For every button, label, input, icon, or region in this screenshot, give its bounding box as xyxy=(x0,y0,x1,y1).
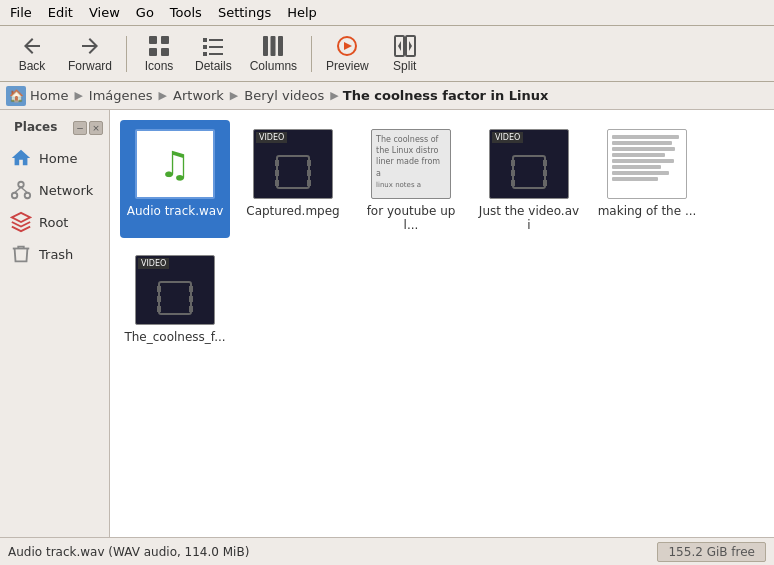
sidebar-item-home[interactable]: Home xyxy=(3,142,106,174)
svg-rect-1 xyxy=(161,36,169,44)
breadcrumb-current: The coolness factor in Linux xyxy=(343,88,549,103)
svg-rect-7 xyxy=(209,46,223,48)
file-item-coolness[interactable]: VIDEO The_coolness_f... xyxy=(120,246,230,350)
menu-file[interactable]: File xyxy=(4,3,38,22)
sidebar-item-trash[interactable]: Trash xyxy=(3,238,106,270)
svg-rect-37 xyxy=(189,286,193,292)
svg-rect-12 xyxy=(278,36,283,56)
svg-point-18 xyxy=(25,193,30,199)
menu-view[interactable]: View xyxy=(83,3,126,22)
file-item-avi[interactable]: VIDEO Just the video.avi xyxy=(474,120,584,238)
split-button[interactable]: Split xyxy=(379,31,431,76)
sidebar-network-label: Network xyxy=(39,183,93,198)
breadcrumb-folder-icon: 🏠 xyxy=(6,86,26,106)
sidebar-trash-label: Trash xyxy=(39,247,73,262)
avi-icon-container: VIDEO xyxy=(484,126,574,202)
breadcrumb-bar: 🏠 Home ▶ Imágenes ▶ Artwork ▶ Beryl vide… xyxy=(0,82,774,110)
sidebar-home-label: Home xyxy=(39,151,77,166)
back-button[interactable]: Back xyxy=(6,31,58,76)
svg-rect-32 xyxy=(543,170,547,176)
toolbar: Back Forward Icons xyxy=(0,26,774,82)
breadcrumb-arrow-3: ▶ xyxy=(228,89,240,102)
root-icon xyxy=(9,210,33,234)
sidebar-close-button[interactable]: × xyxy=(89,121,103,135)
toolbar-separator-1 xyxy=(126,36,127,72)
svg-line-19 xyxy=(15,187,21,193)
icons-button[interactable]: Icons xyxy=(133,31,185,76)
svg-rect-2 xyxy=(149,48,157,56)
toolbar-separator-2 xyxy=(311,36,312,72)
sidebar: Places − × Home Network Root xyxy=(0,110,110,537)
svg-rect-38 xyxy=(157,296,161,302)
menu-go[interactable]: Go xyxy=(130,3,160,22)
breadcrumb-arrow-1: ▶ xyxy=(72,89,84,102)
audio-wav-label: Audio track.wav xyxy=(127,204,224,218)
preview-button[interactable]: Preview xyxy=(318,31,377,76)
svg-rect-26 xyxy=(275,180,279,186)
svg-line-20 xyxy=(21,187,27,193)
details-view-icon xyxy=(201,34,225,58)
svg-point-16 xyxy=(18,182,24,188)
details-button[interactable]: Details xyxy=(187,31,240,76)
menu-settings[interactable]: Settings xyxy=(212,3,277,22)
svg-rect-39 xyxy=(189,296,193,302)
network-icon xyxy=(9,178,33,202)
audio-music-icon: ♫ xyxy=(159,144,191,185)
menubar: File Edit View Go Tools Settings Help xyxy=(0,0,774,26)
statusbar-free-space: 155.2 GiB free xyxy=(657,542,766,562)
svg-rect-27 xyxy=(307,180,311,186)
columns-view-icon xyxy=(261,34,285,58)
icons-view-icon xyxy=(147,34,171,58)
menu-help[interactable]: Help xyxy=(281,3,323,22)
file-item-audio-wav[interactable]: ♫ Audio track.wav xyxy=(120,120,230,238)
columns-button[interactable]: Columns xyxy=(242,31,305,76)
file-grid: ♫ Audio track.wav VIDEO Captured.mpeg xyxy=(120,120,764,350)
coolness-label: The_coolness_f... xyxy=(124,330,225,344)
youtube-label: for youtube upl... xyxy=(360,204,462,232)
svg-rect-33 xyxy=(511,180,515,186)
svg-rect-5 xyxy=(209,39,223,41)
forward-icon xyxy=(78,34,102,58)
svg-rect-9 xyxy=(209,53,223,55)
menu-edit[interactable]: Edit xyxy=(42,3,79,22)
sidebar-collapse-button[interactable]: − xyxy=(73,121,87,135)
split-view-icon xyxy=(393,34,417,58)
sidebar-item-root[interactable]: Root xyxy=(3,206,106,238)
file-item-making-of[interactable]: making of the ... xyxy=(592,120,702,238)
svg-rect-25 xyxy=(307,170,311,176)
sidebar-item-network[interactable]: Network xyxy=(3,174,106,206)
making-of-icon-container xyxy=(602,126,692,202)
main-area: Places − × Home Network Root xyxy=(0,110,774,537)
statusbar: Audio track.wav (WAV audio, 114.0 MiB) 1… xyxy=(0,537,774,565)
breadcrumb-imagenes[interactable]: Imágenes xyxy=(87,87,155,104)
svg-rect-11 xyxy=(271,36,276,56)
svg-rect-40 xyxy=(157,306,161,312)
statusbar-file-info: Audio track.wav (WAV audio, 114.0 MiB) xyxy=(8,545,249,559)
svg-rect-10 xyxy=(263,36,268,56)
svg-rect-34 xyxy=(543,180,547,186)
home-icon xyxy=(9,146,33,170)
sidebar-header: Places xyxy=(6,118,65,138)
file-item-youtube[interactable]: The coolness ofthe Linux distroliner mad… xyxy=(356,120,466,238)
breadcrumb-home[interactable]: Home xyxy=(28,87,70,104)
sidebar-root-label: Root xyxy=(39,215,68,230)
avi-label: Just the video.avi xyxy=(478,204,580,232)
svg-rect-35 xyxy=(159,282,191,314)
back-icon xyxy=(20,34,44,58)
svg-rect-8 xyxy=(203,52,207,56)
youtube-icon-container: The coolness ofthe Linux distroliner mad… xyxy=(366,126,456,202)
svg-rect-30 xyxy=(543,160,547,166)
file-item-captured-mpeg[interactable]: VIDEO Captured.mpeg xyxy=(238,120,348,238)
trash-icon xyxy=(9,242,33,266)
breadcrumb-artwork[interactable]: Artwork xyxy=(171,87,226,104)
svg-rect-21 xyxy=(277,156,309,188)
captured-mpeg-icon-container: VIDEO xyxy=(248,126,338,202)
forward-button[interactable]: Forward xyxy=(60,31,120,76)
breadcrumb-beryl[interactable]: Beryl videos xyxy=(242,87,326,104)
menu-tools[interactable]: Tools xyxy=(164,3,208,22)
svg-rect-36 xyxy=(157,286,161,292)
breadcrumb-arrow-4: ▶ xyxy=(328,89,340,102)
svg-rect-41 xyxy=(189,306,193,312)
svg-rect-23 xyxy=(307,160,311,166)
file-area[interactable]: ♫ Audio track.wav VIDEO Captured.mpeg xyxy=(110,110,774,537)
